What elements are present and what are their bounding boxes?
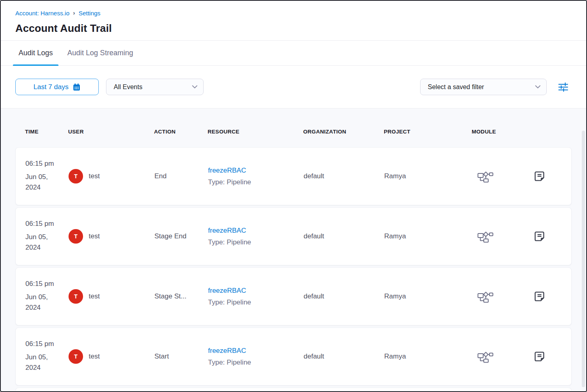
time-cell: 06:15 pm Jun 05, 2024 bbox=[25, 160, 69, 193]
breadcrumb-settings-link[interactable]: Settings bbox=[79, 10, 100, 17]
date-range-label: Last 7 days bbox=[33, 83, 69, 91]
note-icon bbox=[533, 290, 545, 302]
time-cell: 06:15 pm Jun 05, 2024 bbox=[25, 340, 69, 373]
user-cell: T test bbox=[69, 289, 154, 304]
notes-cell bbox=[519, 170, 566, 182]
pipeline-icon bbox=[477, 230, 519, 243]
note-button[interactable] bbox=[533, 170, 545, 182]
resource-cell: freezeRBAC Type: Pipeline bbox=[208, 347, 304, 367]
action-cell: Stage End bbox=[154, 232, 208, 240]
account-audit-trail-page: { "breadcrumb": { "account_link": "Accou… bbox=[0, 0, 587, 392]
project-cell: Ramya bbox=[384, 172, 472, 180]
organization-cell: default bbox=[304, 292, 384, 300]
time-cell: 06:15 pm Jun 05, 2024 bbox=[25, 280, 69, 313]
table-row[interactable]: 06:15 pm Jun 05, 2024 T test Start freez… bbox=[15, 327, 572, 386]
resource-type: Type: Pipeline bbox=[208, 298, 304, 307]
events-dropdown[interactable]: All Events bbox=[106, 79, 204, 95]
breadcrumb-account-link[interactable]: Account: Harness.io bbox=[15, 10, 69, 17]
saved-filter-dropdown[interactable]: Select a saved filter bbox=[420, 79, 547, 95]
tab-bar: Audit Logs Audit Log Streaming bbox=[1, 40, 586, 66]
page-header: Account: Harness.io › Settings Account A… bbox=[1, 1, 586, 40]
user-avatar: T bbox=[69, 349, 83, 364]
note-button[interactable] bbox=[533, 350, 545, 363]
table-row[interactable]: 06:15 pm Jun 05, 2024 T test Stage St...… bbox=[15, 267, 572, 325]
module-cell bbox=[472, 290, 519, 303]
column-header-project: PROJECT bbox=[384, 129, 472, 135]
user-cell: T test bbox=[69, 169, 154, 183]
user-name: test bbox=[89, 232, 100, 240]
audit-log-table: TIME USER ACTION RESOURCE ORGANIZATION P… bbox=[1, 108, 586, 390]
event-date: Jun 05, 2024 bbox=[25, 172, 58, 193]
resource-link[interactable]: freezeRBAC bbox=[208, 287, 246, 295]
user-avatar: T bbox=[69, 289, 83, 304]
organization-cell: default bbox=[304, 352, 384, 361]
resource-type: Type: Pipeline bbox=[208, 359, 304, 367]
date-range-button[interactable]: Last 7 days bbox=[15, 79, 99, 95]
resource-link[interactable]: freezeRBAC bbox=[208, 347, 246, 355]
user-avatar: T bbox=[69, 229, 83, 244]
module-cell bbox=[472, 170, 519, 183]
pipeline-icon bbox=[477, 290, 519, 303]
table-row-partial[interactable] bbox=[15, 388, 572, 390]
events-dropdown-value: All Events bbox=[114, 83, 142, 91]
note-button[interactable] bbox=[533, 290, 545, 302]
filter-settings-button[interactable] bbox=[558, 82, 568, 92]
time-cell: 06:15 pm Jun 05, 2024 bbox=[25, 220, 69, 253]
page-title: Account Audit Trail bbox=[15, 22, 572, 35]
resource-cell: freezeRBAC Type: Pipeline bbox=[208, 227, 304, 246]
tab-audit-logs[interactable]: Audit Logs bbox=[13, 41, 58, 65]
resource-type: Type: Pipeline bbox=[208, 238, 304, 246]
resource-type: Type: Pipeline bbox=[208, 178, 304, 186]
event-time: 06:15 pm bbox=[25, 280, 69, 288]
organization-cell: default bbox=[304, 232, 384, 240]
column-header-user: USER bbox=[68, 129, 154, 135]
table-row[interactable]: 06:15 pm Jun 05, 2024 T test Stage End f… bbox=[15, 207, 572, 265]
user-name: test bbox=[89, 172, 100, 180]
tab-audit-log-streaming[interactable]: Audit Log Streaming bbox=[62, 41, 139, 65]
organization-cell: default bbox=[304, 172, 384, 180]
user-cell: T test bbox=[69, 349, 154, 364]
project-cell: Ramya bbox=[384, 232, 472, 240]
user-avatar: T bbox=[69, 169, 83, 183]
user-name: test bbox=[89, 292, 100, 300]
chevron-right-icon: › bbox=[73, 10, 75, 16]
project-cell: Ramya bbox=[384, 292, 472, 300]
resource-link[interactable]: freezeRBAC bbox=[208, 167, 246, 175]
action-cell: Stage St... bbox=[154, 292, 208, 300]
column-header-action: ACTION bbox=[154, 129, 208, 135]
user-name: test bbox=[89, 352, 100, 361]
event-date: Jun 05, 2024 bbox=[25, 352, 58, 373]
table-body: 06:15 pm Jun 05, 2024 T test End freezeR… bbox=[15, 147, 572, 386]
event-time: 06:15 pm bbox=[25, 220, 69, 228]
user-cell: T test bbox=[69, 229, 154, 244]
vertical-scrollbar[interactable] bbox=[582, 131, 585, 387]
table-row[interactable]: 06:15 pm Jun 05, 2024 T test End freezeR… bbox=[15, 147, 572, 205]
action-cell: End bbox=[154, 172, 208, 180]
resource-link[interactable]: freezeRBAC bbox=[208, 227, 246, 235]
chevron-down-icon bbox=[192, 85, 198, 89]
project-cell: Ramya bbox=[384, 352, 472, 361]
column-header-organization: ORGANIZATION bbox=[303, 129, 384, 135]
breadcrumb: Account: Harness.io › Settings bbox=[15, 10, 572, 17]
notes-cell bbox=[519, 230, 566, 242]
note-button[interactable] bbox=[533, 230, 545, 242]
pipeline-icon bbox=[477, 170, 519, 183]
chevron-down-icon bbox=[535, 85, 541, 89]
note-icon bbox=[533, 170, 545, 182]
action-cell: Start bbox=[154, 352, 208, 361]
column-header-module: MODULE bbox=[472, 129, 518, 135]
event-date: Jun 05, 2024 bbox=[25, 232, 58, 253]
calendar-icon bbox=[73, 83, 81, 91]
event-time: 06:15 pm bbox=[25, 340, 69, 348]
column-header-resource: RESOURCE bbox=[208, 129, 303, 135]
filter-bar: Last 7 days All Events Select a saved fi bbox=[1, 66, 586, 108]
column-header-time: TIME bbox=[25, 129, 68, 135]
event-time: 06:15 pm bbox=[25, 160, 69, 168]
notes-cell bbox=[519, 350, 566, 363]
module-cell bbox=[472, 350, 519, 363]
saved-filter-value: Select a saved filter bbox=[428, 83, 484, 91]
table-header-row: TIME USER ACTION RESOURCE ORGANIZATION P… bbox=[15, 108, 572, 135]
note-icon bbox=[533, 350, 545, 363]
module-cell bbox=[472, 230, 519, 243]
event-date: Jun 05, 2024 bbox=[25, 292, 58, 313]
